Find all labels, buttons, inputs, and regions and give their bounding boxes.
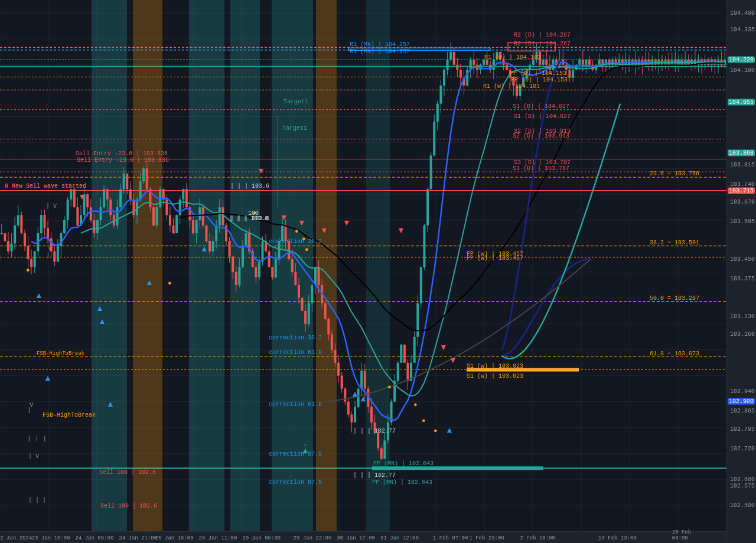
price-axis-label: 103.160 bbox=[730, 331, 755, 338]
price-axis-label: 103.815 bbox=[730, 161, 755, 168]
price-axis-label: 102.500 bbox=[730, 502, 755, 509]
time-axis: 22 Jan 202423 Jan 10:0024 Jan 05:0024 Ja… bbox=[0, 531, 726, 543]
time-axis-label: 31 Jan 12:00 bbox=[380, 535, 419, 541]
price-axis-label: 103.375 bbox=[730, 275, 755, 282]
price-axis-label: 103.740 bbox=[730, 181, 755, 187]
price-axis-label: 103.715 bbox=[728, 187, 755, 194]
price-axis-label: 102.795 bbox=[730, 426, 755, 432]
price-axis-label: 102.940 bbox=[730, 388, 755, 394]
time-axis-label: 29 Jan 06:00 bbox=[242, 535, 281, 541]
time-axis-label: 24 Jan 05:00 bbox=[75, 535, 113, 541]
time-axis-label: 23 Jan 10:00 bbox=[32, 535, 70, 541]
price-axis: 104.400104.335104.220104.180104.055103.8… bbox=[726, 0, 756, 543]
time-axis-label: 25 Jan 16:00 bbox=[155, 535, 194, 541]
price-axis-label: 102.600 bbox=[730, 476, 755, 483]
price-axis-label: 102.575 bbox=[730, 483, 755, 489]
time-axis-label: 26 Jan 11:00 bbox=[199, 535, 237, 541]
price-axis-label: 103.595 bbox=[730, 218, 755, 225]
price-axis-label: 102.865 bbox=[730, 407, 755, 414]
price-axis-label: 104.335 bbox=[730, 27, 755, 33]
price-axis-label: 103.670 bbox=[730, 199, 755, 205]
price-axis-label: 103.860 bbox=[728, 150, 755, 156]
time-axis-label: 30 Jan 17:00 bbox=[337, 535, 375, 541]
time-axis-label: 19 Feb 13:00 bbox=[598, 535, 637, 541]
time-axis-label: 22 Jan 2024 bbox=[0, 535, 32, 541]
price-axis-label: 103.230 bbox=[730, 313, 755, 319]
time-axis-label: 29 Jan 22:00 bbox=[293, 535, 331, 541]
price-axis-label: 102.720 bbox=[730, 445, 755, 452]
time-axis-label: 1 Feb 07:00 bbox=[433, 535, 468, 541]
price-axis-label: 103.450 bbox=[730, 256, 755, 263]
price-axis-label: 104.400 bbox=[730, 9, 755, 16]
time-axis-label: 1 Feb 23:00 bbox=[469, 535, 504, 541]
price-axis-label: 104.180 bbox=[730, 67, 755, 73]
price-axis-label: 104.220 bbox=[728, 56, 755, 63]
chart-container: 104.400104.335104.220104.180104.055103.8… bbox=[0, 0, 756, 543]
time-axis-label: 24 Jan 21:00 bbox=[119, 535, 157, 541]
time-axis-label: 20 Feb 08:00 bbox=[672, 529, 709, 541]
chart-canvas bbox=[0, 0, 726, 543]
time-axis-label: 2 Feb 18:00 bbox=[520, 535, 555, 541]
price-axis-label: 102.900 bbox=[728, 398, 755, 405]
price-axis-label: 104.055 bbox=[728, 99, 755, 106]
